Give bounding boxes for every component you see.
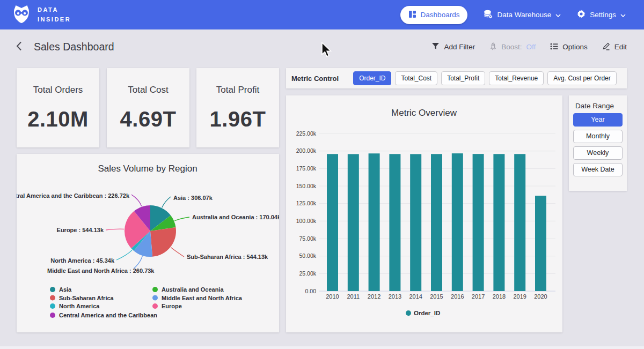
legend-label: Order_ID xyxy=(414,310,440,316)
pie-leader-line xyxy=(106,229,124,230)
x-tick-label: 2015 xyxy=(430,293,443,300)
bar-2014[interactable] xyxy=(410,154,421,291)
bar-2019[interactable] xyxy=(514,154,525,291)
metric-chip-total-profit[interactable]: Total_Profit xyxy=(441,71,485,85)
bar-2015[interactable] xyxy=(431,154,442,291)
add-filter-button[interactable]: Add Filter xyxy=(431,42,475,51)
metric-chip-order-id[interactable]: Order_ID xyxy=(353,71,391,85)
bar-2016[interactable] xyxy=(452,153,463,291)
kpi-card-total-profit: Total Profit 1.96T xyxy=(196,68,279,147)
bar-2012[interactable] xyxy=(369,153,380,291)
date-range-weekly-button[interactable]: Weekly xyxy=(573,146,623,160)
pie-slice-label: Sub-Saharan Africa : 544.13k xyxy=(187,254,268,260)
sales-volume-pie-panel: Sales Volume by RegionAsia : 306.07kAust… xyxy=(17,154,279,332)
database-icon xyxy=(484,10,493,20)
metric-overview-bar-panel: Metric Overview0.0025.00k50.00k75.00k100… xyxy=(286,95,562,332)
x-tick-label: 2017 xyxy=(472,293,485,300)
boost-toggle[interactable]: Boost: Off xyxy=(489,42,536,52)
dashboard-grid-icon xyxy=(408,10,416,20)
legend-label: Central America and the Caribbean xyxy=(59,312,157,318)
legend-dot xyxy=(152,295,158,301)
bar-2020[interactable] xyxy=(535,196,546,291)
bar-2011[interactable] xyxy=(348,154,359,291)
y-tick-label: 75.00k xyxy=(299,235,316,242)
kpi-label: Total Cost xyxy=(128,85,169,95)
top-navbar: DATA INSIDER Dashboards xyxy=(0,0,644,29)
legend-label: Asia xyxy=(59,286,72,293)
y-tick-label: 150.00k xyxy=(296,183,317,189)
options-button[interactable]: Options xyxy=(550,43,588,51)
pie-slice-label: Middle East and North Africa : 260.73k xyxy=(47,268,155,274)
pie-leader-line xyxy=(174,217,189,221)
nav-data-warehouse-dropdown[interactable]: Data Warehouse xyxy=(484,10,561,20)
filter-funnel-icon xyxy=(431,42,440,51)
y-tick-label: 25.00k xyxy=(299,270,316,277)
kpi-label: Total Orders xyxy=(33,85,83,95)
owl-logo-icon xyxy=(12,4,31,26)
x-tick-label: 2019 xyxy=(513,293,526,300)
legend-dot xyxy=(152,303,158,309)
pie-slice-label: Europe : 544.13k xyxy=(57,227,104,233)
bar-2018[interactable] xyxy=(493,154,504,291)
metric-chip-group: Order_IDTotal_CostTotal_ProfitTotal_Reve… xyxy=(353,71,617,85)
brand[interactable]: DATA INSIDER xyxy=(12,4,71,26)
date-range-monthly-button[interactable]: Monthly xyxy=(573,130,623,143)
bar-2013[interactable] xyxy=(389,154,400,291)
edit-button[interactable]: Edit xyxy=(602,42,627,52)
date-range-week-date-button[interactable]: Week Date xyxy=(573,163,623,176)
pie-chart-title: Sales Volume by Region xyxy=(98,164,197,174)
kpi-card-total-cost: Total Cost 4.69T xyxy=(107,68,189,147)
x-tick-label: 2016 xyxy=(451,293,464,300)
bar-chart: Metric Overview0.0025.00k50.00k75.00k100… xyxy=(286,95,562,332)
nav-settings-dropdown[interactable]: Settings xyxy=(577,10,626,20)
x-tick-label: 2013 xyxy=(389,293,401,300)
pie-slice-sub-saharan-africa[interactable] xyxy=(150,227,176,257)
date-range-panel: Date Range YearMonthlyWeeklyWeek Date xyxy=(569,95,627,191)
boost-status: Off xyxy=(526,43,536,51)
metric-chip-total-cost[interactable]: Total_Cost xyxy=(395,71,437,85)
pie-slice-label: Asia : 306.07k xyxy=(173,195,213,201)
pie-slice-label: Central America and the Caribbean : 226.… xyxy=(17,192,130,199)
y-tick-label: 225.00k xyxy=(296,130,317,137)
pie-leader-line xyxy=(171,248,184,257)
kpi-card-total-orders: Total Orders 2.10M xyxy=(17,68,99,147)
pie-leader-line xyxy=(134,256,142,269)
back-button[interactable] xyxy=(16,41,22,53)
bar-2017[interactable] xyxy=(473,154,484,291)
options-list-icon xyxy=(550,43,558,51)
nav-dashboards-button[interactable]: Dashboards xyxy=(400,6,468,24)
navbar-menu: Dashboards Data Warehouse xyxy=(400,6,626,24)
legend-dot xyxy=(50,313,55,318)
x-tick-label: 2011 xyxy=(347,293,360,300)
date-range-year-button[interactable]: Year xyxy=(573,113,623,127)
kpi-label: Total Profit xyxy=(216,85,259,95)
bottom-strip xyxy=(0,346,644,349)
page-title: Sales Dashboard xyxy=(34,41,114,53)
legend-label: Middle East and North Africa xyxy=(162,295,243,301)
page-header: Sales Dashboard Add Filter Boost: Off xyxy=(0,29,644,64)
legend-label: Sub-Saharan Africa xyxy=(59,295,114,301)
x-tick-label: 2012 xyxy=(368,293,380,300)
header-actions: Add Filter Boost: Off xyxy=(431,42,627,52)
metric-chip-total-revenue[interactable]: Total_Revenue xyxy=(489,71,544,85)
metric-chip-avg-cost-per-order[interactable]: Avg. Cost per Order xyxy=(547,71,617,85)
chevron-down-icon xyxy=(620,11,626,19)
y-tick-label: 125.00k xyxy=(296,200,317,206)
pie-slice-label: Australia and Oceania : 170.04k xyxy=(192,214,279,220)
legend-dot xyxy=(406,310,411,316)
pie-chart: Sales Volume by RegionAsia : 306.07kAust… xyxy=(17,154,279,332)
legend-label: Australia and Oceania xyxy=(162,286,224,293)
x-tick-label: 2010 xyxy=(326,293,339,300)
legend-dot xyxy=(50,303,55,309)
bar-2010[interactable] xyxy=(327,154,338,291)
legend-dot xyxy=(152,287,158,292)
legend-label: North America xyxy=(59,303,100,309)
x-tick-label: 2014 xyxy=(409,293,422,300)
y-tick-label: 0.00 xyxy=(305,288,317,294)
boost-rocket-icon xyxy=(489,42,497,52)
date-range-buttons: YearMonthlyWeeklyWeek Date xyxy=(573,113,623,176)
boost-label: Boost: xyxy=(501,43,522,51)
app-root: DATA INSIDER Dashboards xyxy=(0,0,644,349)
pie-leader-line xyxy=(162,197,171,207)
y-tick-label: 200.00k xyxy=(296,147,317,154)
